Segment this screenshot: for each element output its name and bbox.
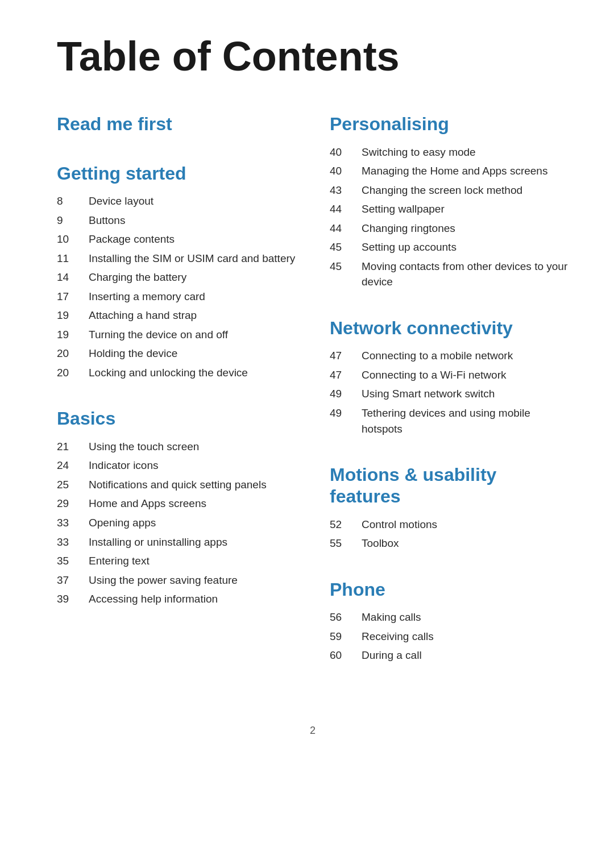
- section-title-motions-usability: Motions & usability features: [330, 464, 569, 508]
- toc-page-number: 14: [57, 269, 89, 285]
- section-basics: Basics21Using the touch screen24Indicato…: [57, 408, 296, 607]
- toc-entry-text: Entering text: [89, 553, 150, 569]
- left-column: Read me firstGetting started8Device layo…: [57, 113, 296, 691]
- toc-page-number: 55: [330, 535, 362, 551]
- toc-page-number: 20: [57, 365, 89, 381]
- toc-entry-text: Using the power saving feature: [89, 572, 238, 588]
- toc-item[interactable]: 14Charging the battery: [57, 269, 296, 285]
- toc-item[interactable]: 45Setting up accounts: [330, 239, 569, 255]
- toc-entry-text: Connecting to a mobile network: [362, 348, 513, 364]
- toc-entry-text: Tethering devices and using mobile hotsp…: [362, 405, 569, 437]
- toc-item[interactable]: 25Notifications and quick setting panels: [57, 477, 296, 493]
- toc-entry-text: Receiving calls: [362, 629, 434, 645]
- toc-item[interactable]: 19Attaching a hand strap: [57, 308, 296, 323]
- toc-item[interactable]: 44Setting wallpaper: [330, 201, 569, 217]
- toc-entry-text: Setting wallpaper: [362, 201, 445, 217]
- toc-page-number: 47: [330, 348, 362, 364]
- toc-page-number: 19: [57, 308, 89, 323]
- toc-item[interactable]: 49Tethering devices and using mobile hot…: [330, 405, 569, 437]
- section-title-personalising: Personalising: [330, 113, 569, 135]
- section-title-basics: Basics: [57, 408, 296, 429]
- toc-item[interactable]: 33Installing or uninstalling apps: [57, 534, 296, 550]
- toc-item[interactable]: 20Holding the device: [57, 346, 296, 362]
- toc-entry-text: Opening apps: [89, 515, 156, 531]
- toc-entry-text: Holding the device: [89, 346, 177, 362]
- toc-item[interactable]: 19Turning the device on and off: [57, 327, 296, 343]
- toc-page-number: 10: [57, 231, 89, 247]
- section-title-read-me-first: Read me first: [57, 113, 296, 135]
- toc-list-motions-usability: 52Control motions55Toolbox: [330, 517, 569, 551]
- section-motions-usability: Motions & usability features52Control mo…: [330, 464, 569, 551]
- toc-item[interactable]: 49Using Smart network switch: [330, 386, 569, 402]
- toc-item[interactable]: 52Control motions: [330, 517, 569, 533]
- section-title-phone: Phone: [330, 579, 569, 600]
- toc-page-number: 37: [57, 572, 89, 588]
- toc-page-number: 17: [57, 289, 89, 305]
- toc-page-number: 56: [330, 609, 362, 625]
- section-network-connectivity: Network connectivity47Connecting to a mo…: [330, 317, 569, 437]
- toc-item[interactable]: 44Changing ringtones: [330, 221, 569, 236]
- page-number: 2: [57, 725, 569, 737]
- toc-entry-text: Using Smart network switch: [362, 386, 495, 402]
- toc-page-number: 40: [330, 144, 362, 160]
- toc-item[interactable]: 37Using the power saving feature: [57, 572, 296, 588]
- section-phone: Phone56Making calls59Receiving calls60Du…: [330, 579, 569, 663]
- toc-entry-text: Connecting to a Wi-Fi network: [362, 367, 507, 383]
- toc-entry-text: Installing the SIM or USIM card and batt…: [89, 251, 295, 267]
- toc-item[interactable]: 21Using the touch screen: [57, 439, 296, 455]
- toc-page-number: 33: [57, 534, 89, 550]
- toc-item[interactable]: 11Installing the SIM or USIM card and ba…: [57, 251, 296, 267]
- toc-entry-text: Switching to easy mode: [362, 144, 476, 160]
- toc-entry-text: Attaching a hand strap: [89, 308, 197, 323]
- toc-item[interactable]: 17Inserting a memory card: [57, 289, 296, 305]
- toc-item[interactable]: 35Entering text: [57, 553, 296, 569]
- toc-item[interactable]: 43Changing the screen lock method: [330, 182, 569, 198]
- toc-item[interactable]: 20Locking and unlocking the device: [57, 365, 296, 381]
- toc-page-number: 25: [57, 477, 89, 493]
- toc-entry-text: Locking and unlocking the device: [89, 365, 248, 381]
- toc-item[interactable]: 47Connecting to a mobile network: [330, 348, 569, 364]
- toc-page-number: 49: [330, 405, 362, 437]
- toc-list-phone: 56Making calls59Receiving calls60During …: [330, 609, 569, 663]
- toc-page-number: 40: [330, 163, 362, 179]
- toc-page-number: 49: [330, 386, 362, 402]
- toc-list-basics: 21Using the touch screen24Indicator icon…: [57, 439, 296, 607]
- toc-item[interactable]: 10Package contents: [57, 231, 296, 247]
- right-column: Personalising40Switching to easy mode40M…: [330, 113, 569, 691]
- toc-page-number: 9: [57, 213, 89, 229]
- toc-page-number: 29: [57, 496, 89, 512]
- toc-page-number: 47: [330, 367, 362, 383]
- toc-item[interactable]: 24Indicator icons: [57, 458, 296, 474]
- section-personalising: Personalising40Switching to easy mode40M…: [330, 113, 569, 290]
- toc-page-number: 11: [57, 251, 89, 267]
- toc-page-number: 20: [57, 346, 89, 362]
- toc-item[interactable]: 9Buttons: [57, 213, 296, 229]
- toc-item[interactable]: 40Switching to easy mode: [330, 144, 569, 160]
- toc-list-network-connectivity: 47Connecting to a mobile network47Connec…: [330, 348, 569, 437]
- toc-entry-text: Installing or uninstalling apps: [89, 534, 227, 550]
- toc-item[interactable]: 33Opening apps: [57, 515, 296, 531]
- toc-entry-text: Buttons: [89, 213, 125, 229]
- toc-item[interactable]: 56Making calls: [330, 609, 569, 625]
- toc-page-number: 24: [57, 458, 89, 474]
- toc-entry-text: Inserting a memory card: [89, 289, 205, 305]
- toc-item[interactable]: 59Receiving calls: [330, 629, 569, 645]
- toc-entry-text: Device layout: [89, 193, 154, 209]
- toc-item[interactable]: 55Toolbox: [330, 535, 569, 551]
- toc-page-number: 43: [330, 182, 362, 198]
- toc-entry-text: Using the touch screen: [89, 439, 199, 455]
- toc-page-number: 44: [330, 221, 362, 236]
- toc-page-number: 8: [57, 193, 89, 209]
- toc-item[interactable]: 29Home and Apps screens: [57, 496, 296, 512]
- toc-item[interactable]: 60During a call: [330, 647, 569, 663]
- toc-entry-text: During a call: [362, 647, 422, 663]
- toc-entry-text: Changing the screen lock method: [362, 182, 522, 198]
- toc-entry-text: Package contents: [89, 231, 175, 247]
- toc-item[interactable]: 47Connecting to a Wi-Fi network: [330, 367, 569, 383]
- toc-list-personalising: 40Switching to easy mode40Managing the H…: [330, 144, 569, 290]
- toc-item[interactable]: 45Moving contacts from other devices to …: [330, 259, 569, 290]
- toc-item[interactable]: 8Device layout: [57, 193, 296, 209]
- toc-item[interactable]: 40Managing the Home and Apps screens: [330, 163, 569, 179]
- toc-entry-text: Moving contacts from other devices to yo…: [362, 259, 569, 290]
- toc-item[interactable]: 39Accessing help information: [57, 591, 296, 607]
